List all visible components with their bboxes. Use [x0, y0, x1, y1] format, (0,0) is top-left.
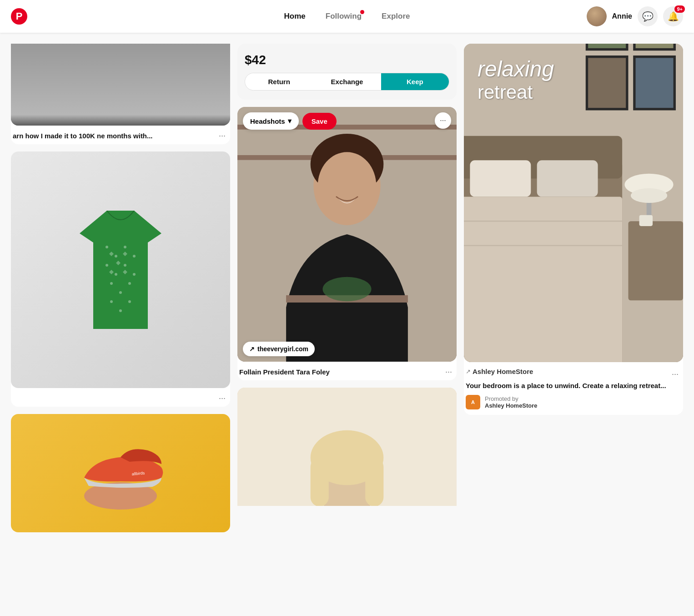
svg-point-8	[133, 273, 136, 276]
svg-point-9	[110, 282, 113, 285]
relaxing-text: relaxing	[478, 57, 554, 81]
svg-point-13	[119, 309, 122, 312]
learn-more-button[interactable]: ···	[216, 129, 228, 142]
source-url: theeverygirl.com	[257, 345, 308, 353]
shoe-pin-image: allbirds	[11, 414, 230, 532]
keep-button[interactable]: Keep	[381, 73, 449, 90]
svg-rect-43	[588, 44, 626, 48]
avatar[interactable]	[587, 6, 607, 26]
bedroom-pin-card: relaxing retreat ↗ Ashley HomeStore ···	[464, 44, 683, 415]
bedroom-image[interactable]: relaxing retreat	[464, 44, 683, 362]
svg-point-12	[110, 300, 113, 303]
messages-button[interactable]: 💬	[638, 6, 658, 26]
promoted-bar: A Promoted by Ashley HomeStore	[466, 395, 681, 409]
headshot-footer-more[interactable]: ···	[443, 365, 455, 379]
external-link-icon-2: ↗	[466, 368, 471, 375]
board-selector[interactable]: Headshots ▾	[243, 112, 299, 130]
message-icon: 💬	[642, 11, 654, 22]
headshot-pin-card: Headshots ▾ Save ··· ↗ theeverygirl.com	[237, 107, 457, 380]
nav-home[interactable]: Home	[276, 7, 314, 25]
learn-pin-card: arn how I made it to 100K ne months with…	[11, 44, 230, 144]
nav-following[interactable]: Following	[317, 7, 370, 25]
shoe-pin-card: allbirds	[11, 414, 230, 532]
pin-grid: arn how I made it to 100K ne months with…	[0, 36, 694, 540]
shirt-svg	[80, 211, 161, 329]
retreat-text: retreat	[478, 81, 554, 103]
learn-pin-title: arn how I made it to 100K ne months with…	[13, 132, 216, 140]
exchange-button[interactable]: Exchange	[313, 73, 381, 90]
column-3: relaxing retreat ↗ Ashley HomeStore ···	[460, 44, 687, 532]
notification-badge: 9+	[674, 5, 685, 13]
svg-rect-37	[365, 458, 383, 506]
svg-point-6	[115, 273, 117, 276]
blonde-pin-card	[237, 388, 457, 506]
ashley-promoted-logo: A	[466, 395, 480, 409]
shirt-pin-card: ···	[11, 151, 230, 407]
chevron-down-icon: ▾	[288, 117, 292, 125]
ashley-logo: ↗ Ashley HomeStore	[466, 368, 533, 375]
main-content: arn how I made it to 100K ne months with…	[0, 0, 694, 540]
return-button[interactable]: Return	[245, 73, 313, 90]
svg-point-30	[318, 152, 377, 219]
headshot-inner: Headshots ▾ Save ··· ↗ theeverygirl.com	[237, 107, 457, 362]
headshot-bg-svg	[237, 107, 457, 362]
column-1: arn how I made it to 100K ne months with…	[7, 44, 234, 532]
nav-explore[interactable]: Explore	[373, 7, 418, 25]
header-left: P	[11, 8, 27, 25]
ashley-footer: ↗ Ashley HomeStore ··· Your bedroom is a…	[464, 362, 683, 415]
svg-rect-45	[588, 58, 626, 108]
board-name: Headshots	[250, 117, 285, 125]
nav-links: Home Following Explore	[276, 7, 418, 25]
user-name[interactable]: Annie	[612, 12, 632, 20]
headshot-overlay: Headshots ▾ Save ···	[243, 112, 451, 130]
svg-rect-50	[537, 160, 598, 197]
svg-point-1	[106, 246, 108, 248]
promoted-info: Promoted by Ashley HomeStore	[485, 395, 538, 409]
svg-point-14	[128, 300, 131, 303]
blonde-svg	[237, 388, 457, 506]
external-link-icon: ↗	[249, 345, 255, 353]
headshot-more-button[interactable]: ···	[435, 112, 451, 129]
svg-point-4	[133, 255, 136, 258]
source-link[interactable]: ↗ theeverygirl.com	[243, 342, 315, 356]
ashley-source-text: Ashley HomeStore	[473, 368, 533, 375]
save-area: Headshots ▾ Save	[243, 112, 337, 130]
ashley-more-button[interactable]: ···	[669, 368, 681, 381]
following-dot	[360, 10, 364, 14]
price-buttons: Return Exchange Keep	[245, 73, 449, 91]
save-button[interactable]: Save	[302, 113, 337, 130]
svg-rect-49	[470, 160, 531, 197]
headshot-pin-footer: Follain President Tara Foley ···	[237, 362, 457, 380]
svg-point-5	[106, 264, 108, 267]
shoe-svg: allbirds	[66, 432, 175, 514]
column-2: $42 Return Exchange Keep	[234, 44, 460, 532]
ashley-description: Your bedroom is a place to unwind. Creat…	[466, 381, 681, 390]
headshot-title: Follain President Tara Foley	[239, 368, 443, 376]
svg-point-11	[128, 282, 131, 285]
notifications-button[interactable]: 🔔 9+	[663, 6, 683, 26]
shirt-pin-footer: ···	[11, 388, 230, 407]
bedroom-text-overlay: relaxing retreat	[478, 57, 554, 103]
svg-rect-54	[629, 221, 684, 300]
shirt-pin-image	[11, 151, 230, 388]
shirt-more-button[interactable]: ···	[216, 392, 228, 405]
header-right: Annie 💬 🔔 9+	[587, 6, 683, 26]
svg-point-2	[115, 255, 117, 258]
avatar-image	[587, 6, 607, 26]
svg-point-7	[124, 264, 126, 267]
blonde-pin-image	[237, 388, 457, 506]
headshot-image[interactable]	[237, 107, 457, 362]
svg-rect-46	[636, 58, 674, 108]
ashley-source-link: ↗ Ashley HomeStore	[466, 368, 533, 375]
promoted-brand-name: Ashley HomeStore	[485, 402, 538, 409]
svg-rect-44	[636, 44, 674, 48]
price-pin-card: $42 Return Exchange Keep	[237, 44, 457, 100]
svg-point-32	[322, 277, 371, 302]
pinterest-logo[interactable]: P	[11, 8, 27, 25]
svg-point-3	[124, 246, 126, 248]
svg-rect-36	[311, 458, 329, 506]
svg-point-57	[631, 188, 667, 203]
learn-pin-image	[11, 44, 230, 126]
promoted-by-label: Promoted by	[485, 395, 538, 402]
svg-point-10	[119, 291, 122, 294]
